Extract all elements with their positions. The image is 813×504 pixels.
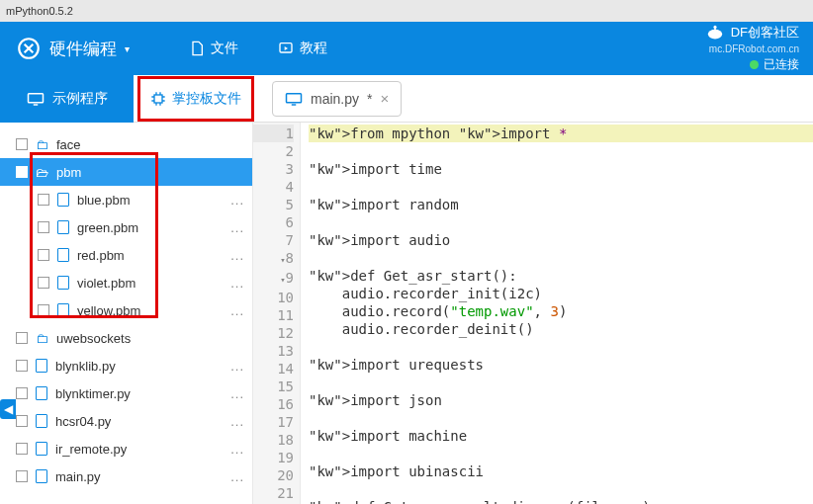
logo[interactable]: 硬件编程 ▾ <box>16 36 130 61</box>
file-icon <box>189 41 205 56</box>
checkbox-icon[interactable] <box>38 249 49 261</box>
more-icon[interactable]: ... <box>230 248 244 263</box>
editor: 1234567▾8▾9101112131415161718192021▾22 "… <box>253 123 813 504</box>
menu: 文件 教程 <box>189 40 327 57</box>
file-icon <box>36 469 47 483</box>
tab-examples[interactable]: 示例程序 <box>0 75 134 123</box>
checkbox-icon[interactable] <box>16 360 28 372</box>
tab-board-files-label: 掌控板文件 <box>172 90 241 108</box>
more-icon[interactable]: ... <box>230 469 244 484</box>
svg-rect-5 <box>28 93 43 102</box>
checkbox-icon[interactable] <box>16 470 28 482</box>
logo-text: 硬件编程 <box>49 38 117 60</box>
file-label: blue.pbm <box>77 193 130 208</box>
file-icon <box>57 276 69 290</box>
tree-file[interactable]: green.pbm... <box>0 213 252 241</box>
logo-icon <box>16 36 42 61</box>
dirty-indicator: * <box>367 91 372 107</box>
header-right: DF创客社区 mc.DFRobot.com.cn 已连接 <box>705 24 799 73</box>
more-icon[interactable]: ... <box>230 359 244 374</box>
close-icon[interactable]: × <box>380 90 389 107</box>
titlebar: mPython0.5.2 <box>0 0 813 22</box>
menu-file[interactable]: 文件 <box>189 40 238 57</box>
file-icon <box>57 303 69 317</box>
file-icon <box>36 359 47 373</box>
file-label: blynklib.py <box>55 359 116 374</box>
folder-icon: 🗀 <box>36 331 48 346</box>
folder-label: face <box>56 137 81 152</box>
tree-file[interactable]: blynklib.py... <box>0 352 252 379</box>
open-file-name: main.py <box>311 91 359 107</box>
body: 🗀 face 🗁 pbm blue.pbm...green.pbm...red.… <box>0 123 813 504</box>
menu-file-label: 文件 <box>211 40 238 57</box>
tree-file[interactable]: ir_remote.py... <box>0 435 252 462</box>
more-icon[interactable]: ... <box>230 414 244 429</box>
file-icon <box>57 220 69 234</box>
checkbox-icon[interactable] <box>16 166 28 178</box>
connection-status[interactable]: 已连接 <box>750 56 799 73</box>
tree-folder-face[interactable]: 🗀 face <box>0 130 252 158</box>
tree-file[interactable]: violet.pbm... <box>0 269 252 296</box>
menu-tutorial[interactable]: 教程 <box>278 40 327 57</box>
tree-file[interactable]: hcsr04.py... <box>0 407 252 435</box>
tree-file[interactable]: yellow.pbm... <box>0 296 252 324</box>
tabbar: 示例程序 掌控板文件 main.py * × <box>0 75 813 123</box>
collapse-handle[interactable]: ◀ <box>0 399 16 419</box>
folder-label: uwebsockets <box>56 331 131 346</box>
tab-open-file[interactable]: main.py * × <box>272 81 402 117</box>
brand-sub: mc.DFRobot.com.cn <box>709 43 799 54</box>
checkbox-icon[interactable] <box>38 221 49 233</box>
tab-board-files[interactable]: 掌控板文件 <box>137 76 254 122</box>
connection-label: 已连接 <box>764 56 799 73</box>
gutter: 1234567▾8▾9101112131415161718192021▾22 <box>253 123 301 504</box>
file-label: ir_remote.py <box>55 442 127 457</box>
checkbox-icon[interactable] <box>38 194 49 206</box>
file-label: hcsr04.py <box>55 414 111 429</box>
svg-rect-4 <box>714 28 716 31</box>
checkbox-icon[interactable] <box>38 304 49 316</box>
app-title: mPython0.5.2 <box>6 5 73 17</box>
header: 硬件编程 ▾ 文件 教程 DF创客社区 mc.DFRobot.com.cn 已连… <box>0 22 813 75</box>
file-icon <box>36 442 47 456</box>
checkbox-icon[interactable] <box>16 443 28 455</box>
more-icon[interactable]: ... <box>230 276 244 291</box>
tab-examples-label: 示例程序 <box>52 90 108 108</box>
chevron-down-icon: ▾ <box>125 43 130 54</box>
file-label: green.pbm <box>77 220 138 235</box>
more-icon[interactable]: ... <box>230 386 244 401</box>
tree-file[interactable]: main.py... <box>0 462 252 490</box>
monitor-icon <box>285 92 303 106</box>
more-icon[interactable]: ... <box>230 193 244 208</box>
more-icon[interactable]: ... <box>230 303 244 318</box>
file-label: blynktimer.py <box>55 386 131 401</box>
folder-label: pbm <box>56 165 81 180</box>
play-icon <box>278 41 294 56</box>
tree-folder-uwebsockets[interactable]: 🗀 uwebsockets <box>0 324 252 352</box>
tree-file[interactable]: blynktimer.py... <box>0 379 252 407</box>
file-icon <box>57 248 69 262</box>
brand-text: DF创客社区 <box>731 24 799 42</box>
checkbox-icon[interactable] <box>38 277 49 289</box>
chip-icon <box>150 91 166 107</box>
monitor-icon <box>27 92 45 106</box>
file-icon <box>36 386 47 400</box>
file-label: main.py <box>55 469 101 484</box>
sidebar: 🗀 face 🗁 pbm blue.pbm...green.pbm...red.… <box>0 123 253 504</box>
checkbox-icon[interactable] <box>16 387 28 399</box>
checkbox-icon[interactable] <box>16 332 28 344</box>
folder-open-icon: 🗁 <box>36 165 48 180</box>
tree-file[interactable]: red.pbm... <box>0 241 252 269</box>
svg-rect-6 <box>154 95 162 103</box>
svg-rect-7 <box>287 93 302 102</box>
more-icon[interactable]: ... <box>230 442 244 457</box>
tree-file[interactable]: blue.pbm... <box>0 186 252 213</box>
status-dot-icon <box>750 60 759 69</box>
brand[interactable]: DF创客社区 <box>705 24 799 42</box>
checkbox-icon[interactable] <box>16 138 28 150</box>
more-icon[interactable]: ... <box>230 220 244 235</box>
tree-folder-pbm[interactable]: 🗁 pbm <box>0 158 252 186</box>
file-icon <box>57 193 69 207</box>
file-label: violet.pbm <box>77 276 136 291</box>
checkbox-icon[interactable] <box>16 415 28 427</box>
code-area[interactable]: "kw">from mpython "kw">import * "kw">imp… <box>301 123 813 504</box>
